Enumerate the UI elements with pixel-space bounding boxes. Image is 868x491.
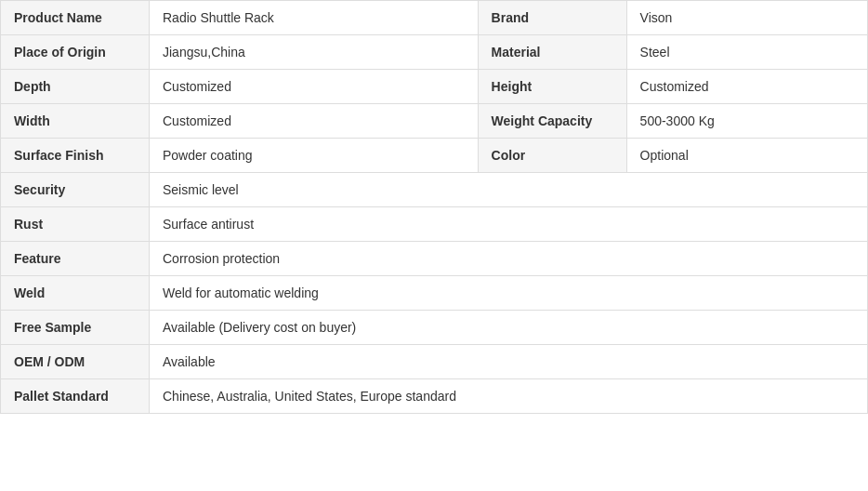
height-label: Height: [478, 70, 626, 104]
feature-label: Feature: [1, 242, 150, 276]
depth-label: Depth: [1, 70, 150, 104]
weld-label: Weld: [1, 276, 150, 311]
weld-value: Weld for automatic welding: [150, 276, 868, 311]
height-value: Customized: [626, 70, 867, 104]
free-sample-label: Free Sample: [1, 311, 150, 345]
security-value: Seismic level: [150, 173, 868, 207]
table-row: Feature Corrosion protection: [1, 242, 868, 276]
product-name-value: Radio Shuttle Rack: [150, 1, 479, 35]
table-row: Pallet Standard Chinese, Australia, Unit…: [1, 379, 868, 414]
depth-value: Customized: [150, 70, 479, 104]
rust-value: Surface antirust: [150, 207, 868, 242]
table-row: Depth Customized Height Customized: [1, 70, 868, 104]
spec-table: Product Name Radio Shuttle Rack Brand Vi…: [0, 0, 868, 414]
table-row: Rust Surface antirust: [1, 207, 868, 242]
surface-finish-value: Powder coating: [150, 139, 479, 173]
oem-odm-value: Available: [150, 345, 868, 379]
table-row: Place of Origin Jiangsu,China Material S…: [1, 35, 868, 70]
oem-odm-label: OEM / ODM: [1, 345, 150, 379]
material-label: Material: [478, 35, 626, 70]
table-row: Free Sample Available (Delivery cost on …: [1, 311, 868, 345]
weight-capacity-label: Weight Capacity: [478, 104, 626, 139]
table-row: Surface Finish Powder coating Color Opti…: [1, 139, 868, 173]
place-of-origin-value: Jiangsu,China: [150, 35, 479, 70]
feature-value: Corrosion protection: [150, 242, 868, 276]
color-value: Optional: [626, 139, 867, 173]
surface-finish-label: Surface Finish: [1, 139, 150, 173]
place-of-origin-label: Place of Origin: [1, 35, 150, 70]
brand-value: Vison: [626, 1, 867, 35]
table-row: Product Name Radio Shuttle Rack Brand Vi…: [1, 1, 868, 35]
pallet-standard-value: Chinese, Australia, United States, Europ…: [150, 379, 868, 414]
weight-capacity-value: 500-3000 Kg: [626, 104, 867, 139]
color-label: Color: [478, 139, 626, 173]
rust-label: Rust: [1, 207, 150, 242]
width-label: Width: [1, 104, 150, 139]
table-row: OEM / ODM Available: [1, 345, 868, 379]
width-value: Customized: [150, 104, 479, 139]
material-value: Steel: [626, 35, 867, 70]
brand-label: Brand: [478, 1, 626, 35]
product-name-label: Product Name: [1, 1, 150, 35]
table-row: Security Seismic level: [1, 173, 868, 207]
free-sample-value: Available (Delivery cost on buyer): [150, 311, 868, 345]
pallet-standard-label: Pallet Standard: [1, 379, 150, 414]
security-label: Security: [1, 173, 150, 207]
table-row: Weld Weld for automatic welding: [1, 276, 868, 311]
table-row: Width Customized Weight Capacity 500-300…: [1, 104, 868, 139]
